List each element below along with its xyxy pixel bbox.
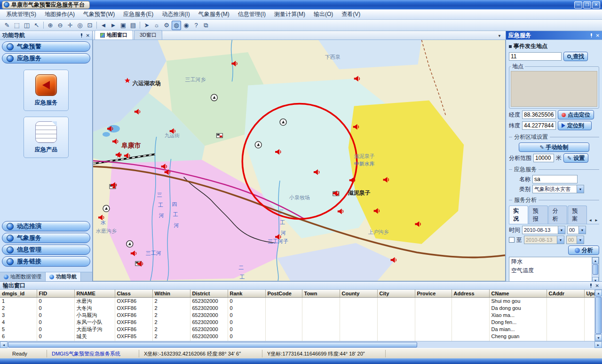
select-box-icon[interactable]: ⬚ [12, 21, 22, 30]
visibility-eye-icon[interactable]: ◉ [182, 21, 191, 30]
chevron-down-icon[interactable]: ▼ [577, 236, 584, 244]
close-icon[interactable]: ✕ [86, 33, 90, 38]
tab-map-window[interactable]: 地图窗口 [95, 30, 133, 40]
end-hour-combobox[interactable]: 00 ▼ [566, 236, 584, 244]
map-canvas[interactable]: 六运湖农场三工河乡下西泉阜康市九运街滋泥泉子滋泥泉子中新水库小泉牧场上户沟乡三工… [93, 40, 506, 281]
column-header-update[interactable]: Update [584, 290, 594, 297]
pin-icon[interactable] [589, 33, 593, 37]
menu-information-management[interactable]: 信息管理(I) [234, 9, 270, 19]
chevron-down-icon[interactable]: ▼ [578, 226, 586, 234]
table-row[interactable]: 60城关OXFF8526523020000Cheng guan [0, 333, 594, 340]
click-locate-button[interactable]: 点击定位 [558, 110, 594, 119]
tab-live[interactable]: 实况 [509, 206, 528, 224]
edit-pencil-icon[interactable]: ✎ [2, 21, 12, 30]
column-header-address[interactable]: Address [452, 290, 489, 297]
scroll-down-icon[interactable]: ▼ [595, 334, 602, 341]
start-date-combobox[interactable]: 2010-08-13 ▼ [522, 226, 565, 234]
range-input[interactable] [533, 154, 554, 162]
chevron-down-icon[interactable]: ▼ [558, 226, 565, 234]
manual-draw-button[interactable]: ✎手动绘制 [519, 142, 589, 152]
nav-emergency-service[interactable]: 应急服务 [2, 53, 90, 63]
minimize-button[interactable]: ─ [574, 1, 582, 8]
weather-station-icon[interactable] [127, 241, 133, 247]
column-header-provice[interactable]: Provice [415, 290, 452, 297]
start-hour-combobox[interactable]: 00 ▼ [567, 226, 586, 234]
export-image-icon[interactable]: ⧉ [201, 21, 211, 30]
help-icon[interactable]: ? [191, 21, 201, 30]
tab-map-data-management[interactable]: 地图数据管理 [0, 272, 46, 281]
column-header-class[interactable]: Class [115, 290, 152, 297]
settings-gear-icon[interactable]: ⚙ [162, 21, 171, 30]
column-header-city[interactable]: City [377, 290, 415, 297]
service-name-input[interactable] [532, 175, 578, 183]
analyze-button[interactable]: 分析 [568, 245, 599, 255]
zoom-in-icon[interactable]: ⊕ [46, 21, 55, 30]
column-header-fid[interactable]: FID [37, 290, 74, 297]
latitude-input[interactable] [522, 121, 556, 130]
shortcut-emergency-product[interactable]: 应急产品 [24, 117, 69, 158]
chevron-down-icon[interactable]: ▼ [577, 185, 584, 193]
menu-dynamic-deduction[interactable]: 动态推演(I) [158, 9, 194, 19]
list-item-air-temperature[interactable]: 空气温度 [509, 266, 592, 275]
scroll-up-icon[interactable]: ▲ [592, 257, 599, 264]
table-row[interactable]: 20大冬沟OXFF8626523020000Da dong gou [0, 305, 594, 312]
tab-plan[interactable]: 预案 [568, 206, 587, 224]
previous-view-icon[interactable]: ◄ [99, 21, 108, 30]
menu-weather-warning[interactable]: 气象预警(W) [79, 9, 119, 19]
service-type-combobox[interactable]: 气象和洪水灾害 ▼ [532, 185, 584, 193]
scroll-up-icon[interactable]: ▲ [595, 290, 602, 296]
scroll-right-icon[interactable]: ► [594, 217, 599, 224]
select-features-icon[interactable]: ◫ [22, 21, 32, 30]
shortcut-emergency-service[interactable]: 应急服务 [24, 70, 69, 111]
to-checkbox[interactable] [509, 237, 515, 243]
column-header-rname[interactable]: RNAME [74, 290, 115, 297]
element-listbox[interactable]: 降水空气温度 ▲ ▼ [509, 257, 599, 281]
scroll-down-icon[interactable]: ▼ [592, 277, 599, 281]
table-row[interactable]: 40东风一小队OXFF8626523020000Dong fen... [0, 319, 594, 326]
full-extent-icon[interactable]: ◎ [75, 21, 85, 30]
tab-forecast[interactable]: 预报 [529, 206, 548, 224]
menu-output[interactable]: 输出(O) [309, 9, 337, 19]
longitude-input[interactable] [522, 111, 556, 119]
pointer-icon[interactable]: ↖ [32, 21, 41, 30]
menu-weather-service[interactable]: 气象服务(M) [194, 9, 234, 19]
pin-icon[interactable] [589, 284, 593, 287]
table-row[interactable]: 10水磨沟OXFF8626523020000Shui mo gou [0, 297, 594, 305]
scroll-left-icon[interactable]: ◄ [0, 341, 8, 348]
menu-emergency-service[interactable]: 应急服务(E) [119, 9, 158, 19]
pan-hand-icon[interactable]: ✛ [65, 21, 75, 30]
table-row[interactable]: 30小马厩沟OXFF8626523020000Xiao ma... [0, 312, 594, 319]
weather-station-icon[interactable] [280, 119, 286, 126]
scroll-left-icon[interactable]: ◄ [587, 217, 593, 224]
set-button[interactable]: ✎设置 [563, 153, 588, 163]
tab-function-navigation[interactable]: 功能导航 [46, 272, 81, 281]
column-header-county[interactable]: County [340, 290, 377, 297]
chevron-down-icon[interactable]: ▼ [557, 236, 564, 244]
column-header-rank[interactable]: Rank [228, 290, 265, 297]
column-header-within[interactable]: Within [152, 290, 190, 297]
table-horizontal-scrollbar[interactable]: ◄ ► [0, 341, 602, 348]
nav-service-links[interactable]: 服务链接 [2, 256, 90, 267]
tab-analyze[interactable]: 分析 [548, 206, 568, 224]
weather-station-icon[interactable] [103, 205, 110, 212]
location-search-input[interactable] [509, 52, 562, 61]
identify-icon[interactable]: ▣ [119, 21, 128, 30]
place-list[interactable] [511, 71, 597, 107]
column-header-dmgis_id[interactable]: dmgis_id [0, 290, 37, 297]
end-date-combobox[interactable]: 2010-08-13 ▼ [524, 236, 564, 244]
bulb-icon[interactable]: ☼ [152, 21, 161, 30]
nav-information-management[interactable]: 信息管理 [2, 245, 90, 255]
close-icon[interactable]: ✕ [595, 283, 599, 288]
column-header-town[interactable]: Town [302, 290, 340, 297]
menu-system-management[interactable]: 系统管理(S) [2, 9, 40, 19]
map-tab-dropdown-icon[interactable]: ▼ [495, 32, 504, 40]
find-button[interactable]: 查找 [563, 52, 588, 61]
zoom-out-icon[interactable]: ⊖ [55, 21, 65, 30]
nav-dynamic-deduction[interactable]: 动态推演 [2, 221, 90, 231]
nav-weather-warning[interactable]: 气象预警 [2, 41, 90, 52]
scroll-right-icon[interactable]: ► [594, 341, 602, 348]
nav-weather-service[interactable]: 气象服务 [2, 233, 90, 243]
locate-to-button[interactable]: 定位到 [558, 121, 592, 130]
next-view-icon[interactable]: ► [109, 21, 118, 30]
close-button[interactable]: ✕ [592, 1, 600, 8]
